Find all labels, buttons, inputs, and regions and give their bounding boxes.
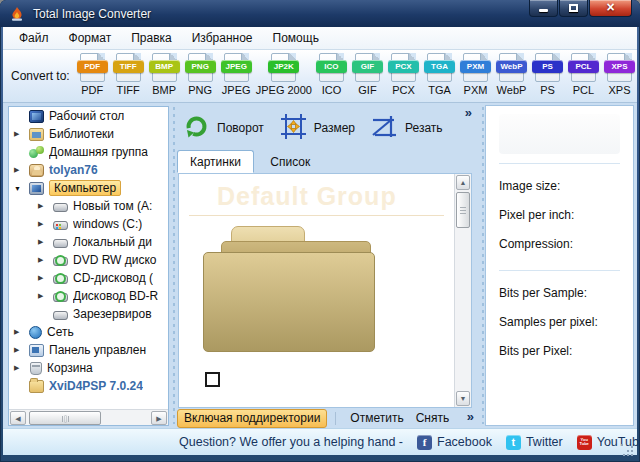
tree-item-recycle-bin[interactable]: Корзина	[9, 359, 168, 377]
expander-collapsed-icon[interactable]	[38, 220, 53, 228]
menu-file[interactable]: Файл	[9, 28, 59, 48]
format-png[interactable]: PNG PNG	[184, 53, 217, 102]
format-webp[interactable]: WebP WebP	[495, 53, 528, 102]
format-jpeg2000[interactable]: JP2K JPEG 2000	[256, 53, 312, 102]
expander-collapsed-icon[interactable]	[14, 364, 29, 372]
pcl-badge: PCL	[568, 60, 599, 73]
view-tabs: Картинки Список	[177, 150, 474, 174]
menu-format[interactable]: Формат	[59, 28, 122, 48]
expander-collapsed-icon[interactable]	[38, 274, 53, 282]
format-ico[interactable]: ICO ICO	[315, 53, 348, 102]
tree-item-bd-rom[interactable]: Дисковод BD-R	[9, 287, 168, 305]
tree-item-drive-a[interactable]: Новый том (A:	[9, 197, 168, 215]
tree-item-libraries[interactable]: Библиотеки	[9, 125, 168, 143]
close-button[interactable]: ×	[589, 0, 632, 17]
canvas-vertical-scrollbar[interactable]: ▲ ▼	[454, 174, 471, 407]
expander-collapsed-icon[interactable]	[38, 202, 53, 210]
tree-item-control-panel[interactable]: Панель управлен	[9, 341, 168, 359]
tree-item-xvid4psp[interactable]: XviD4PSP 7.0.24	[9, 377, 168, 395]
expander-collapsed-icon[interactable]	[14, 130, 29, 138]
selection-overflow-chevron-icon[interactable]: »	[467, 409, 474, 424]
format-pxm[interactable]: PXM PXM	[459, 53, 492, 102]
libraries-icon	[29, 128, 44, 141]
expander-collapsed-icon[interactable]	[14, 166, 29, 174]
tree-item-local-disk[interactable]: Локальный ди	[9, 233, 168, 251]
check-all-button[interactable]: Отметить	[344, 410, 409, 426]
format-bmp[interactable]: BMP BMP	[148, 53, 181, 102]
thumbnail-checkbox[interactable]	[205, 372, 220, 387]
scroll-left-arrow-icon[interactable]: ◀	[10, 411, 26, 425]
webp-file-icon: WebP	[499, 53, 524, 82]
format-pcl[interactable]: PCL PCL	[567, 53, 600, 102]
expander-collapsed-icon[interactable]	[38, 256, 53, 264]
pxm-file-icon: PXM	[463, 53, 488, 82]
jpeg-file-icon: JPEG	[224, 53, 249, 82]
maximize-button[interactable]	[559, 0, 588, 17]
expander-collapsed-icon[interactable]	[38, 238, 53, 246]
facebook-label: Facebook	[437, 435, 492, 449]
include-subdirs-button[interactable]: Включая поддиректории	[177, 409, 327, 428]
folder-thumbnail[interactable]	[203, 226, 375, 352]
tab-list[interactable]: Список	[258, 151, 322, 172]
menu-help[interactable]: Помощь	[263, 28, 329, 48]
tree-item-computer[interactable]: Компьютер	[9, 179, 168, 197]
tree-item-drive-c[interactable]: windows (C:)	[9, 215, 168, 233]
expander-collapsed-icon[interactable]	[14, 346, 29, 354]
tree-item-label: Панель управлен	[49, 343, 146, 357]
scrollbar-thumb[interactable]	[456, 192, 470, 228]
format-pcx[interactable]: PCX PCX	[387, 53, 420, 102]
menu-favorites[interactable]: Избранное	[182, 28, 263, 48]
scroll-up-arrow-icon[interactable]: ▲	[456, 175, 470, 190]
expander-collapsed-icon[interactable]	[38, 292, 53, 300]
facebook-link[interactable]: f Facebook	[417, 435, 492, 450]
format-xps[interactable]: XPS XPS	[603, 53, 636, 102]
image-actions-toolbar: Поворот	[177, 107, 474, 149]
titlebar[interactable]: Total Image Converter ×	[0, 0, 640, 27]
format-tga[interactable]: TGA TGA	[423, 53, 456, 102]
tab-pictures[interactable]: Картинки	[177, 150, 254, 173]
tree-item-desktop[interactable]: Рабочий стол	[9, 107, 168, 125]
tga-file-icon: TGA	[427, 53, 452, 82]
format-jpeg[interactable]: JPEG JPEG	[220, 53, 253, 102]
toolbar-overflow-chevron-icon[interactable]: »	[465, 105, 472, 120]
thumbnail-area[interactable]: Default Group	[179, 174, 454, 407]
crop-button[interactable]: Резать	[371, 113, 443, 143]
menu-bar: Файл Формат Правка Избранное Помощь	[3, 27, 637, 50]
drive-icon	[53, 239, 68, 248]
convert-toolbar: Convert to: PDF PDF TIFF TIFF BMP BMP PN…	[3, 50, 637, 103]
format-ps[interactable]: PS PS	[531, 53, 564, 102]
expander-expanded-icon[interactable]	[14, 185, 29, 192]
twitter-link[interactable]: t Twitter	[506, 435, 563, 450]
tree-item-homegroup[interactable]: Домашняя группа	[9, 143, 168, 161]
resize-button[interactable]: Размер	[280, 113, 355, 143]
resize-grip[interactable]	[621, 444, 635, 458]
tree-item-reserved[interactable]: Зарезервиров	[9, 305, 168, 323]
format-gif[interactable]: GIF GIF	[351, 53, 384, 102]
format-pdf[interactable]: PDF PDF	[76, 53, 109, 102]
twitter-label: Twitter	[526, 435, 563, 449]
bmp-file-icon: BMP	[152, 53, 177, 82]
format-label: WebP	[497, 84, 527, 96]
uncheck-all-button[interactable]: Снять	[410, 410, 456, 426]
tree-item-dvd-rw[interactable]: DVD RW диско	[9, 251, 168, 269]
xps-file-icon: XPS	[607, 53, 632, 82]
menu-edit[interactable]: Правка	[121, 28, 182, 48]
minimize-button[interactable]	[529, 0, 558, 17]
tree-horizontal-scrollbar[interactable]: ◀ ▶	[9, 409, 168, 425]
scrollbar-thumb[interactable]	[29, 411, 101, 425]
scroll-down-arrow-icon[interactable]: ▼	[456, 391, 470, 406]
maximize-icon	[569, 4, 578, 12]
format-tiff[interactable]: TIFF TIFF	[112, 53, 145, 102]
expander-collapsed-icon[interactable]	[14, 328, 29, 336]
tree-item-cd-rom[interactable]: CD-дисковод (	[9, 269, 168, 287]
rotate-button[interactable]: Поворот	[183, 113, 264, 143]
gif-file-icon: GIF	[355, 53, 380, 82]
tree-item-user-tolyan76[interactable]: tolyan76	[9, 161, 168, 179]
prop-compression: Compression:	[499, 237, 620, 251]
tree-item-label: Новый том (A:	[73, 199, 152, 213]
tree-item-network[interactable]: Сеть	[9, 323, 168, 341]
folder-icon	[29, 380, 44, 393]
window-controls: ×	[528, 0, 632, 17]
scroll-right-arrow-icon[interactable]: ▶	[151, 411, 167, 425]
tree-item-label: XviD4PSP 7.0.24	[49, 379, 143, 393]
